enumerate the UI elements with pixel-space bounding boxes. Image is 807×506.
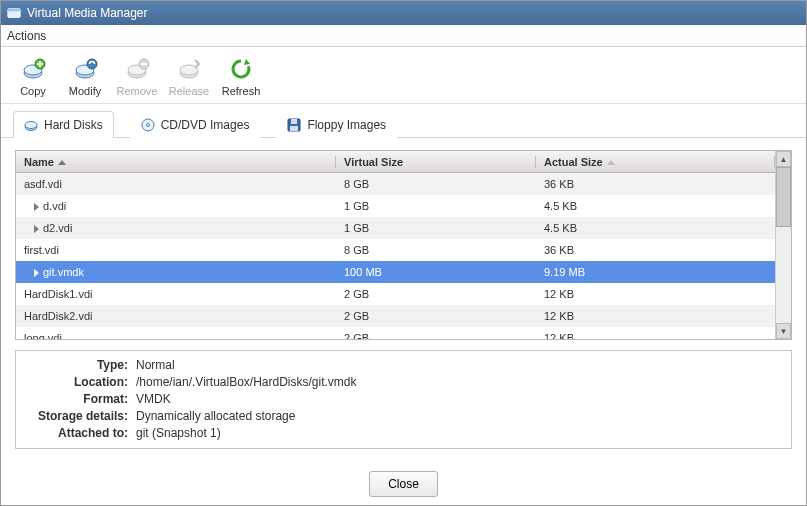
detail-format-label: Format: bbox=[26, 391, 136, 408]
remove-label: Remove bbox=[117, 85, 158, 97]
refresh-button[interactable]: Refresh bbox=[217, 53, 265, 99]
tab-cd-dvd-label: CD/DVD Images bbox=[161, 118, 250, 132]
copy-icon bbox=[19, 55, 47, 83]
expand-icon[interactable] bbox=[34, 269, 39, 277]
row-actual-size: 12 KB bbox=[536, 288, 775, 300]
detail-location-label: Location: bbox=[26, 374, 136, 391]
window-title: Virtual Media Manager bbox=[27, 6, 148, 20]
table-row[interactable]: d.vdi1 GB4.5 KB bbox=[16, 195, 775, 217]
row-actual-size: 4.5 KB bbox=[536, 222, 775, 234]
tabs: Hard Disks CD/DVD Images Floppy Images bbox=[1, 104, 806, 138]
refresh-icon bbox=[227, 55, 255, 83]
row-virtual-size: 100 MB bbox=[336, 266, 536, 278]
row-name: git.vmdk bbox=[43, 266, 84, 278]
scroll-thumb[interactable] bbox=[776, 167, 791, 227]
row-name: long.vdi bbox=[24, 332, 62, 339]
detail-attached-label: Attached to: bbox=[26, 425, 136, 442]
svg-rect-19 bbox=[290, 126, 298, 131]
row-actual-size: 4.5 KB bbox=[536, 200, 775, 212]
detail-location-value: /home/ian/.VirtualBox/HardDisks/git.vmdk bbox=[136, 374, 781, 391]
table-header: Name Virtual Size Actual Size bbox=[16, 151, 775, 173]
content: Name Virtual Size Actual Size asdf.vdi8 … bbox=[1, 138, 806, 455]
modify-label: Modify bbox=[69, 85, 101, 97]
tab-cd-dvd[interactable]: CD/DVD Images bbox=[130, 111, 261, 138]
table-row[interactable]: asdf.vdi8 GB36 KB bbox=[16, 173, 775, 195]
expand-icon[interactable] bbox=[34, 225, 39, 233]
row-actual-size: 9.19 MB bbox=[536, 266, 775, 278]
detail-format-value: VMDK bbox=[136, 391, 781, 408]
col-actual-size[interactable]: Actual Size bbox=[536, 156, 775, 168]
scrollbar[interactable]: ▲ ▼ bbox=[775, 151, 791, 339]
table-row[interactable]: HardDisk2.vdi2 GB12 KB bbox=[16, 305, 775, 327]
svg-rect-1 bbox=[8, 9, 20, 12]
media-table: Name Virtual Size Actual Size asdf.vdi8 … bbox=[15, 150, 792, 340]
menu-actions[interactable]: Actions bbox=[7, 29, 46, 43]
tab-hard-disks-label: Hard Disks bbox=[44, 118, 103, 132]
footer: Close bbox=[1, 471, 806, 497]
remove-button: Remove bbox=[113, 53, 161, 99]
detail-attached-value: git (Snapshot 1) bbox=[136, 425, 781, 442]
row-name: HardDisk2.vdi bbox=[24, 310, 92, 322]
release-button: Release bbox=[165, 53, 213, 99]
titlebar: Virtual Media Manager bbox=[1, 1, 806, 25]
toolbar: Copy Modify Remove Release Refresh bbox=[1, 47, 806, 104]
row-name: d.vdi bbox=[43, 200, 66, 212]
row-actual-size: 36 KB bbox=[536, 178, 775, 190]
app-icon bbox=[7, 6, 21, 20]
row-virtual-size: 8 GB bbox=[336, 244, 536, 256]
row-virtual-size: 8 GB bbox=[336, 178, 536, 190]
row-virtual-size: 1 GB bbox=[336, 200, 536, 212]
detail-type-value: Normal bbox=[136, 357, 781, 374]
row-name: HardDisk1.vdi bbox=[24, 288, 92, 300]
row-actual-size: 12 KB bbox=[536, 310, 775, 322]
copy-button[interactable]: Copy bbox=[9, 53, 57, 99]
table-row[interactable]: first.vdi8 GB36 KB bbox=[16, 239, 775, 261]
row-name: asdf.vdi bbox=[24, 178, 62, 190]
row-virtual-size: 2 GB bbox=[336, 332, 536, 339]
col-name[interactable]: Name bbox=[16, 156, 336, 168]
scroll-up-icon[interactable]: ▲ bbox=[776, 151, 791, 167]
modify-icon bbox=[71, 55, 99, 83]
release-icon bbox=[175, 55, 203, 83]
detail-storage-value: Dynamically allocated storage bbox=[136, 408, 781, 425]
row-actual-size: 36 KB bbox=[536, 244, 775, 256]
expand-icon[interactable] bbox=[34, 203, 39, 211]
row-name: d2.vdi bbox=[43, 222, 72, 234]
svg-point-16 bbox=[146, 124, 149, 127]
detail-type-label: Type: bbox=[26, 357, 136, 374]
scroll-down-icon[interactable]: ▼ bbox=[776, 323, 791, 339]
release-label: Release bbox=[169, 85, 209, 97]
details-panel: Type:Normal Location:/home/ian/.VirtualB… bbox=[15, 350, 792, 449]
sort-asc-icon bbox=[607, 160, 615, 165]
copy-label: Copy bbox=[20, 85, 46, 97]
table-row[interactable]: git.vmdk100 MB9.19 MB bbox=[16, 261, 775, 283]
refresh-label: Refresh bbox=[222, 85, 261, 97]
svg-rect-18 bbox=[291, 119, 297, 124]
row-virtual-size: 2 GB bbox=[336, 288, 536, 300]
table-row[interactable]: d2.vdi1 GB4.5 KB bbox=[16, 217, 775, 239]
tab-hard-disks[interactable]: Hard Disks bbox=[13, 111, 114, 138]
detail-storage-label: Storage details: bbox=[26, 408, 136, 425]
tab-floppy[interactable]: Floppy Images bbox=[276, 111, 397, 138]
col-virtual-size[interactable]: Virtual Size bbox=[336, 156, 536, 168]
row-name: first.vdi bbox=[24, 244, 59, 256]
hard-disk-icon bbox=[24, 118, 38, 132]
floppy-icon bbox=[287, 118, 301, 132]
table-row[interactable]: HardDisk1.vdi2 GB12 KB bbox=[16, 283, 775, 305]
svg-point-7 bbox=[87, 59, 97, 69]
row-virtual-size: 2 GB bbox=[336, 310, 536, 322]
disc-icon bbox=[141, 118, 155, 132]
table-row[interactable]: long.vdi2 GB12 KB bbox=[16, 327, 775, 339]
menubar: Actions bbox=[1, 25, 806, 47]
row-virtual-size: 1 GB bbox=[336, 222, 536, 234]
svg-point-14 bbox=[25, 122, 37, 129]
remove-icon bbox=[123, 55, 151, 83]
tab-floppy-label: Floppy Images bbox=[307, 118, 386, 132]
close-button[interactable]: Close bbox=[369, 471, 438, 497]
modify-button[interactable]: Modify bbox=[61, 53, 109, 99]
virtual-media-manager-window: Virtual Media Manager Actions Copy Modif… bbox=[0, 0, 807, 506]
sort-asc-icon bbox=[58, 160, 66, 165]
row-actual-size: 12 KB bbox=[536, 332, 775, 339]
